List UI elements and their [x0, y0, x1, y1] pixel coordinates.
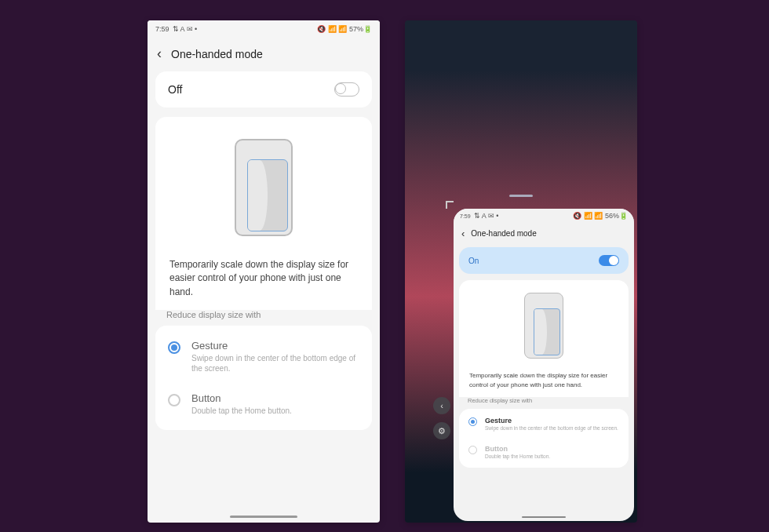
home-indicator[interactable]: [522, 516, 566, 519]
option-subtitle: Swipe down in the center of the bottom e…: [485, 425, 618, 432]
option-title: Button: [485, 445, 550, 453]
status-bar: 7:59 ⇅ A ✉ • 🔇 📶 📶 57%🔋: [148, 20, 380, 38]
status-time: 7:59: [155, 25, 169, 33]
option-title: Gesture: [485, 417, 618, 425]
illustration-card: Temporarily scale down the display size …: [459, 280, 629, 397]
resize-corner-icon[interactable]: [446, 201, 454, 209]
radio-icon-unchecked[interactable]: [468, 446, 477, 454]
page-title: One-handed mode: [471, 229, 536, 238]
radio-icon-checked[interactable]: [468, 417, 477, 426]
gear-icon: ⚙: [438, 426, 446, 436]
status-icons-right: 🔇 📶 📶 56%🔋: [573, 212, 628, 220]
description-text: Temporarily scale down the display size …: [168, 255, 359, 310]
home-indicator[interactable]: [230, 516, 297, 518]
status-icons-right: 🔇 📶 📶 57%🔋: [317, 25, 372, 33]
toggle-switch-off[interactable]: [334, 82, 359, 97]
option-button[interactable]: Button Double tap the Home button.: [459, 439, 629, 466]
phone-illustration: [235, 139, 293, 236]
option-subtitle: Double tap the Home button.: [191, 406, 292, 416]
titlebar: ‹ One-handed mode: [454, 223, 634, 247]
drag-handle-icon[interactable]: [509, 195, 533, 197]
illustration-card: Temporarily scale down the display size …: [155, 117, 372, 310]
toggle-state-label: On: [468, 257, 479, 265]
swap-side-button[interactable]: ‹: [433, 397, 450, 414]
settings-float-button[interactable]: ⚙: [433, 422, 450, 439]
toggle-state-label: Off: [168, 83, 182, 96]
master-toggle-row[interactable]: On: [459, 247, 629, 274]
toggle-switch-on[interactable]: [599, 255, 619, 266]
section-label: Reduce display size with: [459, 397, 629, 409]
back-icon[interactable]: ‹: [461, 228, 465, 239]
onehanded-mini-window: 7:59 ⇅ A ✉ • 🔇 📶 📶 56%🔋 ‹ One-handed mod…: [454, 209, 634, 521]
status-icons-left: ⇅ A ✉ •: [474, 212, 499, 220]
option-title: Gesture: [191, 340, 359, 352]
options-card: Gesture Swipe down in the center of the …: [459, 409, 629, 468]
screenshot-left: 7:59 ⇅ A ✉ • 🔇 📶 📶 57%🔋 ‹ One-handed mod…: [148, 20, 380, 523]
page-title: One-handed mode: [171, 48, 263, 60]
status-bar: 7:59 ⇅ A ✉ • 🔇 📶 📶 56%🔋: [454, 209, 634, 223]
back-icon[interactable]: ‹: [157, 46, 162, 62]
radio-icon-unchecked[interactable]: [168, 394, 180, 406]
option-subtitle: Swipe down in the center of the bottom e…: [191, 353, 359, 373]
chevron-left-icon: ‹: [440, 401, 443, 410]
screenshot-right: ‹ ⚙ 7:59 ⇅ A ✉ • 🔇 📶 📶 56%🔋 ‹ One-handed…: [405, 20, 637, 523]
description-text: Temporarily scale down the display size …: [468, 370, 619, 397]
option-title: Button: [191, 392, 292, 404]
status-icons-left: ⇅ A ✉ •: [173, 25, 198, 33]
option-button[interactable]: Button Double tap the Home button.: [155, 383, 372, 425]
section-label: Reduce display size with: [155, 310, 372, 326]
options-card: Gesture Swipe down in the center of the …: [155, 326, 372, 430]
option-gesture[interactable]: Gesture Swipe down in the center of the …: [155, 330, 372, 383]
titlebar: ‹ One-handed mode: [148, 38, 380, 71]
status-time: 7:59: [460, 213, 471, 219]
master-toggle-row[interactable]: Off: [155, 71, 372, 107]
phone-illustration: [524, 293, 563, 359]
radio-icon-checked[interactable]: [168, 341, 180, 354]
option-gesture[interactable]: Gesture Swipe down in the center of the …: [459, 410, 629, 438]
option-subtitle: Double tap the Home button.: [485, 454, 550, 460]
